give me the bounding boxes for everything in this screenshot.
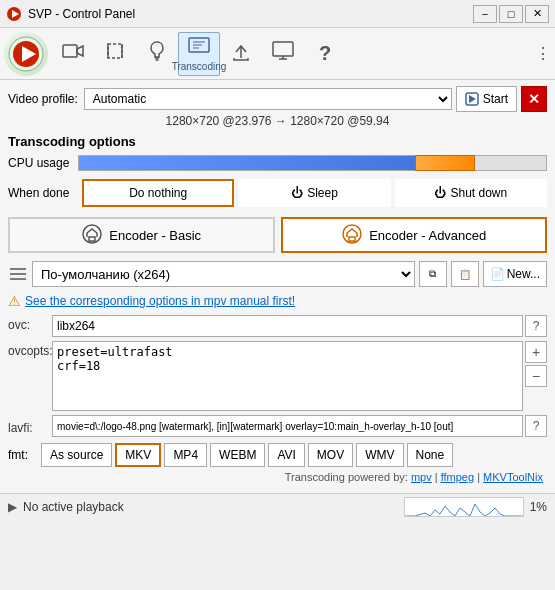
close-icon: ✕	[528, 91, 540, 107]
transcoding-icon	[188, 36, 210, 59]
ovc-help-icon: ?	[533, 319, 540, 333]
paste-icon: 📋	[459, 269, 471, 280]
cpu-bar-thumb[interactable]	[415, 155, 475, 171]
toolbar-video-btn[interactable]	[52, 32, 94, 76]
lavfi-help-icon: ?	[533, 419, 540, 433]
svg-marker-21	[469, 95, 476, 103]
fmt-avi-button[interactable]: AVI	[268, 443, 304, 467]
lavfi-input[interactable]	[52, 415, 523, 437]
fmt-webm-label: WEBM	[219, 448, 256, 462]
new-preset-button[interactable]: 📄 New...	[483, 261, 547, 287]
minimize-button[interactable]: −	[473, 5, 497, 23]
fmt-wmv-label: WMV	[365, 448, 394, 462]
video-camera-icon	[62, 42, 84, 65]
sleep-button[interactable]: ⏻ Sleep	[238, 179, 390, 207]
fmt-label: fmt:	[8, 448, 38, 462]
ovcopts-row: ovcopts: preset=ultrafast crf=18 + −	[8, 341, 547, 411]
svg-rect-7	[108, 44, 122, 58]
fmt-webm-button[interactable]: WEBM	[210, 443, 265, 467]
svg-rect-23	[89, 237, 95, 241]
resolution-info: 1280×720 @23.976 → 1280×720 @59.94	[8, 114, 547, 128]
status-bar: ▶ No active playback 1%	[0, 493, 555, 519]
copy-preset-button[interactable]: ⧉	[419, 261, 447, 287]
fmt-mov-label: MOV	[317, 448, 344, 462]
ovcopts-textarea[interactable]: preset=ultrafast crf=18	[52, 341, 523, 411]
lavfi-help-button[interactable]: ?	[525, 415, 547, 437]
shutdown-button[interactable]: ⏻ Shut down	[395, 179, 547, 207]
fmt-as-source-button[interactable]: As source	[41, 443, 112, 467]
encoder-basic-icon	[81, 223, 103, 248]
toolbar-export-btn[interactable]	[220, 32, 262, 76]
lavfi-label: lavfi:	[8, 418, 52, 435]
start-label: Start	[483, 92, 508, 106]
fmt-mp4-button[interactable]: MP4	[164, 443, 207, 467]
ovcopts-side-buttons: + −	[525, 341, 547, 387]
new-preset-icon: 📄	[490, 267, 505, 281]
copy-icon: ⧉	[429, 268, 436, 280]
resolution-text: 1280×720 @23.976 → 1280×720 @59.94	[166, 114, 390, 128]
status-percent: 1%	[530, 500, 547, 514]
close-window-button[interactable]: ✕	[525, 5, 549, 23]
cpu-bar-container[interactable]	[78, 155, 547, 171]
powered-prefix: Transcoding powered by:	[285, 471, 408, 483]
toolbar-help-btn[interactable]: ?	[304, 32, 346, 76]
transcoding-label: Transcoding	[172, 61, 227, 72]
svg-rect-17	[273, 42, 293, 56]
video-profile-label: Video profile:	[8, 92, 78, 106]
fmt-mkv-button[interactable]: MKV	[115, 443, 161, 467]
remove-icon: −	[532, 368, 540, 384]
app-logo	[4, 32, 48, 76]
mkvtoolnix-link[interactable]: MKVToolNix	[483, 471, 543, 483]
preset-row: По-умолчанию (x264) ⧉ 📋 📄 New...	[8, 261, 547, 287]
help-icon: ?	[319, 42, 331, 65]
ovc-input[interactable]	[52, 315, 523, 337]
when-done-row: When done Do nothing ⏻ Sleep ⏻ Shut down	[8, 179, 547, 207]
mpv-manual-link[interactable]: See the corresponding options in mpv man…	[25, 294, 295, 308]
cpu-usage-row: CPU usage	[8, 155, 547, 171]
ovcopts-label: ovcopts:	[8, 341, 52, 358]
new-preset-label: New...	[507, 267, 540, 281]
cancel-button[interactable]: ✕	[521, 86, 547, 112]
svg-rect-25	[349, 237, 355, 241]
crop-icon	[105, 41, 125, 66]
ovc-help-button[interactable]: ?	[525, 315, 547, 337]
ffmpeg-link[interactable]: ffmpeg	[441, 471, 474, 483]
fmt-wmv-button[interactable]: WMV	[356, 443, 403, 467]
mini-graph-svg	[405, 498, 524, 517]
ovcopts-remove-button[interactable]: −	[525, 365, 547, 387]
when-done-label: When done	[8, 186, 78, 200]
toolbar-monitor-btn[interactable]	[262, 32, 304, 76]
mpv-link[interactable]: mpv	[411, 471, 432, 483]
do-nothing-label: Do nothing	[129, 186, 187, 200]
preset-select[interactable]: По-умолчанию (x264)	[32, 261, 415, 287]
fmt-mkv-label: MKV	[125, 448, 151, 462]
fmt-mov-button[interactable]: MOV	[308, 443, 353, 467]
start-icon	[465, 92, 479, 106]
encoder-advanced-icon	[341, 223, 363, 248]
toolbar-transcoding-btn[interactable]: Transcoding	[178, 32, 220, 76]
video-profile-select[interactable]: Automatic	[84, 88, 452, 110]
preset-menu-icon	[8, 264, 28, 284]
paste-preset-button[interactable]: 📋	[451, 261, 479, 287]
toolbar-more-btn[interactable]: ⋮	[535, 32, 551, 76]
maximize-button[interactable]: □	[499, 5, 523, 23]
ovcopts-add-button[interactable]: +	[525, 341, 547, 363]
do-nothing-button[interactable]: Do nothing	[82, 179, 234, 207]
encoder-advanced-tab[interactable]: Encoder - Advanced	[281, 217, 548, 253]
app-icon	[6, 6, 22, 22]
svg-marker-6	[77, 46, 83, 56]
shutdown-icon: ⏻	[434, 186, 446, 200]
window-controls: − □ ✕	[473, 5, 549, 23]
lightbulb-icon	[148, 40, 166, 67]
transcoding-options-title: Transcoding options	[8, 134, 547, 149]
powered-by-row: Transcoding powered by: mpv | ffmpeg | M…	[8, 471, 547, 483]
warning-icon: ⚠	[8, 293, 21, 309]
encoder-basic-tab[interactable]: Encoder - Basic	[8, 217, 275, 253]
toolbar-crop-btn[interactable]	[94, 32, 136, 76]
start-button[interactable]: Start	[456, 86, 517, 112]
ovc-label: ovc:	[8, 315, 52, 332]
title-bar: SVP - Control Panel − □ ✕	[0, 0, 555, 28]
fmt-none-button[interactable]: None	[407, 443, 454, 467]
ovc-row: ovc: ?	[8, 315, 547, 337]
cpu-bar-fill	[79, 156, 415, 170]
